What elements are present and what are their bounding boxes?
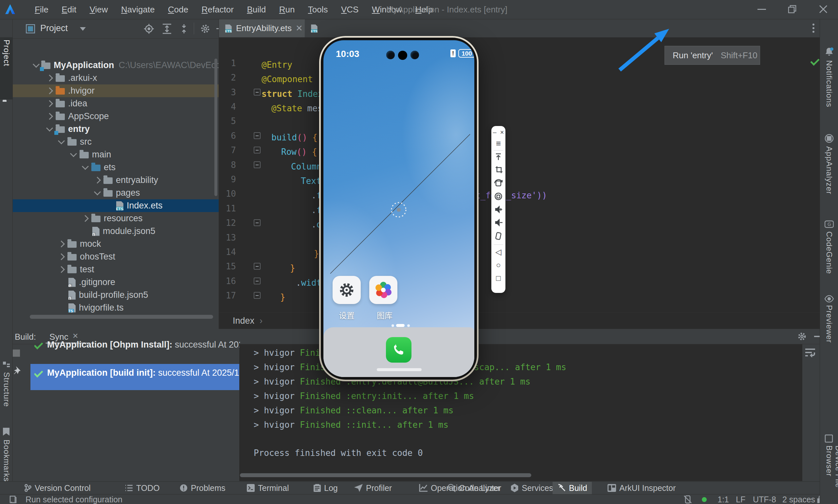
tool-tab-todo[interactable]: TODO bbox=[121, 482, 164, 494]
status-encoding[interactable]: UTF-8 bbox=[753, 494, 776, 504]
tree-row-ets[interactable]: ets bbox=[13, 161, 219, 174]
tree-row-main[interactable]: main bbox=[13, 148, 219, 161]
fold-end-marker-icon[interactable] bbox=[254, 292, 261, 299]
status-line-ending[interactable]: LF bbox=[736, 494, 745, 504]
tool-tab-problems[interactable]: Problems bbox=[175, 482, 230, 494]
tree-row-myapplication[interactable]: MyApplicationC:\Users\EAWAC\DevEcoStudi bbox=[13, 59, 219, 72]
tree-row-module-json5[interactable]: {} module.json5 bbox=[13, 225, 219, 238]
tree-row-mock[interactable]: mock bbox=[13, 238, 219, 250]
appanalyzer-icon[interactable] bbox=[824, 134, 834, 143]
tool-tab-arkui-inspector[interactable]: ArkUI Inspector bbox=[603, 482, 680, 494]
menu-build[interactable]: Build bbox=[241, 0, 272, 19]
nav-recents-icon[interactable]: □ bbox=[491, 274, 505, 283]
close-window-icon[interactable] bbox=[812, 0, 835, 18]
nav-back-icon[interactable]: ◁ bbox=[491, 248, 505, 256]
tool-tab-profiler[interactable]: Profiler bbox=[350, 482, 396, 494]
tool-tab-notifications[interactable]: Notifications bbox=[824, 60, 834, 107]
tool-tab-build[interactable]: Build bbox=[553, 482, 592, 494]
tool-tab-bookmarks[interactable]: Bookmarks bbox=[2, 439, 11, 482]
menu-file[interactable]: File bbox=[29, 0, 54, 19]
tree-row-gitignore[interactable]: ⊘ .gitignore bbox=[13, 276, 219, 289]
tab-entryability[interactable]: ETS EntryAbility.ets ✕ bbox=[219, 19, 309, 37]
crop-screenshot-icon[interactable] bbox=[491, 166, 505, 174]
menu-code[interactable]: Code bbox=[162, 0, 194, 19]
settings-app-icon[interactable] bbox=[333, 276, 361, 304]
tree-row-src[interactable]: src bbox=[13, 136, 219, 148]
tool-tab-previewer[interactable]: Previewer bbox=[824, 305, 834, 343]
tool-tab-structure[interactable]: Structure bbox=[2, 372, 11, 407]
rotate-screen-icon[interactable] bbox=[491, 179, 505, 187]
tree-vertical-scrollbar[interactable] bbox=[214, 58, 217, 196]
editor-options-kebab-icon[interactable] bbox=[813, 23, 815, 25]
soft-wrap-icon[interactable] bbox=[805, 348, 816, 358]
tool-tab-project[interactable]: Project bbox=[2, 40, 11, 67]
fold-marker-icon[interactable] bbox=[254, 147, 261, 154]
build-settings-gear-icon[interactable] bbox=[797, 331, 807, 341]
phone-call-app-icon[interactable] bbox=[386, 337, 411, 363]
menu-vcs[interactable]: VCS bbox=[335, 0, 364, 19]
project-view-title[interactable]: Project bbox=[40, 23, 68, 33]
fold-end-marker-icon[interactable] bbox=[254, 277, 261, 284]
menu-run[interactable]: Run bbox=[273, 0, 301, 19]
locate-file-icon[interactable] bbox=[144, 23, 154, 34]
phone-screen[interactable]: 10:03 ! 100 设置 图库 bbox=[323, 40, 474, 377]
previewer-eye-icon[interactable] bbox=[824, 295, 834, 302]
bookmarks-icon[interactable] bbox=[3, 428, 10, 436]
fold-end-marker-icon[interactable] bbox=[254, 263, 261, 270]
upload-icon[interactable] bbox=[491, 153, 505, 161]
pin-icon[interactable] bbox=[13, 365, 21, 374]
panel-settings-gear-icon[interactable] bbox=[200, 23, 211, 34]
menu-tools[interactable]: Tools bbox=[302, 0, 334, 19]
fold-marker-icon[interactable] bbox=[254, 132, 261, 139]
tool-tab-codegenie[interactable]: CodeGenie bbox=[824, 231, 834, 274]
tree-row-entryability[interactable]: entryability bbox=[13, 174, 219, 186]
rotate-device-icon[interactable] bbox=[491, 231, 505, 240]
status-indent[interactable]: 2 spaces bbox=[782, 494, 815, 504]
tree-row-hvigorfile[interactable]: TS hvigorfile.ts bbox=[13, 302, 219, 314]
editor-area[interactable]: ETS EntryAbility.ets ✕ ETS 1 2 3 4 5 6 7… bbox=[219, 19, 820, 329]
tool-tab-terminal[interactable]: Terminal bbox=[242, 482, 293, 494]
tree-horizontal-scrollbar[interactable] bbox=[30, 315, 213, 319]
tree-row-entry[interactable]: entry bbox=[13, 123, 219, 136]
tool-tab-log[interactable]: Log bbox=[309, 482, 342, 494]
fold-marker-icon[interactable] bbox=[254, 89, 261, 95]
close-sync-tab-icon[interactable]: ✕ bbox=[72, 332, 78, 340]
emulator-menu-icon[interactable]: ≡ bbox=[491, 139, 505, 148]
fold-marker-icon[interactable] bbox=[254, 161, 261, 168]
expand-all-icon[interactable] bbox=[162, 23, 172, 34]
restore-window-icon[interactable] bbox=[781, 0, 804, 18]
tab-partial[interactable]: ETS bbox=[305, 19, 336, 37]
screenshot-icon[interactable] bbox=[491, 192, 505, 201]
tree-row-hvigor[interactable]: .hvigor bbox=[13, 85, 219, 97]
build-row-ohpm-install[interactable]: MyApplication [Ohpm Install]: successful… bbox=[34, 340, 240, 350]
tree-row-build-profile[interactable]: {} build-profile.json5 bbox=[13, 289, 219, 302]
collapse-all-icon[interactable] bbox=[179, 23, 189, 34]
notifications-bell-icon[interactable] bbox=[824, 47, 834, 56]
tree-row-idea[interactable]: .idea bbox=[13, 97, 219, 110]
nav-home-icon[interactable]: ○ bbox=[491, 261, 505, 269]
menu-refactor[interactable]: Refactor bbox=[196, 0, 239, 19]
tool-tab-version-control[interactable]: Version Control bbox=[20, 482, 95, 494]
fold-marker-icon[interactable] bbox=[254, 219, 261, 226]
device-disconnected-icon[interactable] bbox=[683, 495, 692, 504]
close-tab-icon[interactable]: ✕ bbox=[296, 23, 303, 33]
menu-edit[interactable]: Edit bbox=[56, 0, 82, 19]
tool-tab-code-linter[interactable]: Code Linter bbox=[443, 482, 506, 494]
tool-tab-services[interactable]: Services bbox=[506, 482, 558, 494]
tree-row-index-ets[interactable]: ETS Index.ets bbox=[13, 199, 219, 212]
hide-panel-icon[interactable] bbox=[216, 28, 219, 29]
phone-emulator[interactable]: 10:03 ! 100 设置 图库 bbox=[319, 36, 479, 381]
chevron-down-icon[interactable] bbox=[80, 27, 86, 31]
volume-up-icon[interactable] bbox=[491, 205, 505, 214]
codegenie-icon[interactable]: G bbox=[824, 220, 834, 229]
tree-row-ohostest[interactable]: ohosTest bbox=[13, 250, 219, 263]
menu-view[interactable]: View bbox=[84, 0, 114, 19]
device-file-browser-icon[interactable] bbox=[824, 434, 833, 443]
gallery-app-icon[interactable] bbox=[369, 276, 397, 304]
menu-navigate[interactable]: Navigate bbox=[115, 0, 161, 19]
tree-row-resources[interactable]: resources bbox=[13, 212, 219, 225]
tree-row-arkui-x[interactable]: .arkui-x bbox=[13, 72, 219, 85]
status-line-col[interactable]: 1:1 bbox=[717, 494, 729, 504]
build-rerun-square-icon[interactable] bbox=[13, 349, 20, 357]
tree-row-test[interactable]: test bbox=[13, 263, 219, 276]
